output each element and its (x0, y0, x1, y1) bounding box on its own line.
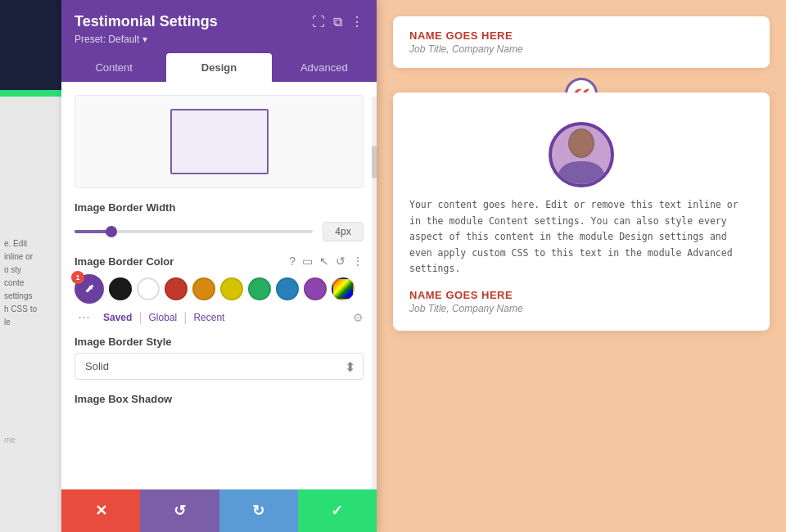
left-teal-strip (0, 90, 61, 97)
color-active-picker[interactable]: 1 (75, 274, 104, 304)
cursor-icon[interactable]: ↖ (319, 255, 329, 268)
action-bar: ✕ ↺ ↻ ✓ (61, 489, 377, 532)
image-preview-area (75, 95, 364, 188)
panel-title-row: Testimonial Settings ⛶ ⧉ ⋮ (75, 13, 364, 30)
undo-icon[interactable]: ↺ (336, 255, 346, 268)
tablet-icon[interactable]: ▭ (302, 255, 313, 268)
split-view-icon[interactable]: ⧉ (333, 15, 342, 29)
more-icon[interactable]: ⋮ (352, 255, 364, 268)
border-style-label: Image Border Style (75, 336, 364, 348)
border-color-icons: ? ▭ ↖ ↺ ⋮ (289, 255, 364, 268)
settings-tabs: Content Design Advanced (61, 53, 377, 82)
testimonial-card-top: NAME GOES HERE Job Title, Company Name (393, 16, 770, 68)
swatch-orange[interactable] (192, 277, 215, 300)
panel-title: Testimonial Settings (75, 13, 218, 30)
panel-scrollbar[interactable] (372, 97, 377, 489)
preset-arrow-icon: ▾ (142, 34, 147, 45)
card-top-name: NAME GOES HERE (409, 29, 523, 42)
testimonial-card-featured: Your content goes here. Edit or remove t… (393, 92, 770, 331)
left-text-2: me (4, 434, 57, 447)
more-swatches-icon[interactable]: ··· (78, 309, 90, 326)
save-button[interactable]: ✓ (298, 489, 377, 532)
card-top-content: NAME GOES HERE Job Title, Company Name (409, 29, 523, 55)
swatch-green[interactable] (248, 277, 271, 300)
border-color-label: Image Border Color (75, 255, 174, 268)
border-width-label: Image Border Width (75, 201, 364, 214)
border-style-select-wrapper: Solid Dashed Dotted Double None ⬍ (75, 353, 364, 380)
panel-preset-row[interactable]: Preset: Default ▾ (75, 34, 364, 45)
border-width-thumb[interactable] (106, 226, 117, 237)
eyedropper-icon (84, 283, 95, 295)
swatch-white[interactable] (137, 277, 160, 300)
tab-recent[interactable]: Recent (188, 310, 229, 325)
border-style-select[interactable]: Solid Dashed Dotted Double None (75, 353, 364, 380)
featured-card-job: Job Title, Company Name (409, 303, 753, 314)
swatch-black[interactable] (109, 277, 132, 300)
redo-button[interactable]: ↻ (219, 489, 298, 532)
border-style-row: Image Border Style Solid Dashed Dotted D… (75, 336, 364, 380)
color-picker-row: 1 (75, 274, 364, 304)
featured-card-name: NAME GOES HERE (409, 289, 753, 301)
settings-panel: Testimonial Settings ⛶ ⧉ ⋮ Preset: Defau… (61, 0, 377, 532)
maximize-icon[interactable]: ⛶ (312, 15, 325, 29)
swatch-blue[interactable] (276, 277, 299, 300)
color-settings-icon[interactable]: ⚙ (353, 311, 364, 324)
border-width-value[interactable]: 4px (323, 222, 364, 241)
cancel-button[interactable]: ✕ (61, 489, 140, 532)
reset-button[interactable]: ↺ (140, 489, 219, 532)
card-top-job: Job Title, Company Name (409, 43, 523, 55)
tab-advanced[interactable]: Advanced (272, 53, 377, 82)
panel-body: Image Border Width 4px Image Border Colo… (61, 82, 377, 489)
swatch-purple[interactable] (304, 277, 327, 300)
tab-design[interactable]: Design (166, 53, 271, 82)
border-color-header: Image Border Color ? ▭ ↖ ↺ ⋮ (75, 255, 364, 268)
panel-title-icons: ⛶ ⧉ ⋮ (312, 14, 364, 29)
left-dark-strip (0, 0, 61, 90)
color-saved-tabs-row: ··· Saved | Global | Recent ⚙ (75, 309, 364, 326)
active-badge: 1 (71, 271, 84, 284)
border-width-slider-row: 4px (75, 222, 364, 241)
box-shadow-label: Image Box Shadow (75, 393, 364, 405)
panel-scrollbar-thumb[interactable] (372, 146, 377, 178)
preset-label: Preset: Default (75, 34, 139, 45)
avatar-container (409, 122, 753, 187)
featured-card-wrapper: Your content goes here. Edit or remove t… (393, 92, 770, 331)
image-preview-box (170, 109, 269, 174)
border-width-track[interactable] (75, 230, 313, 233)
tab-content[interactable]: Content (61, 53, 166, 82)
swatch-yellow[interactable] (220, 277, 243, 300)
more-options-icon[interactable]: ⋮ (350, 14, 364, 29)
avatar (549, 122, 614, 187)
swatch-red[interactable] (165, 277, 187, 300)
testimonial-body-text: Your content goes here. Edit or remove t… (409, 197, 753, 277)
panel-header: Testimonial Settings ⛶ ⧉ ⋮ Preset: Defau… (61, 0, 377, 53)
left-text-1: e. Editinline oro stycontesettingsh CSS … (4, 237, 57, 329)
tab-saved[interactable]: Saved (98, 310, 137, 325)
tab-global[interactable]: Global (144, 310, 183, 325)
canvas-preview-area: NAME GOES HERE Job Title, Company Name (377, 0, 786, 532)
swatch-rainbow[interactable] (332, 277, 355, 300)
help-icon[interactable]: ? (289, 255, 296, 268)
svg-point-1 (570, 130, 593, 156)
